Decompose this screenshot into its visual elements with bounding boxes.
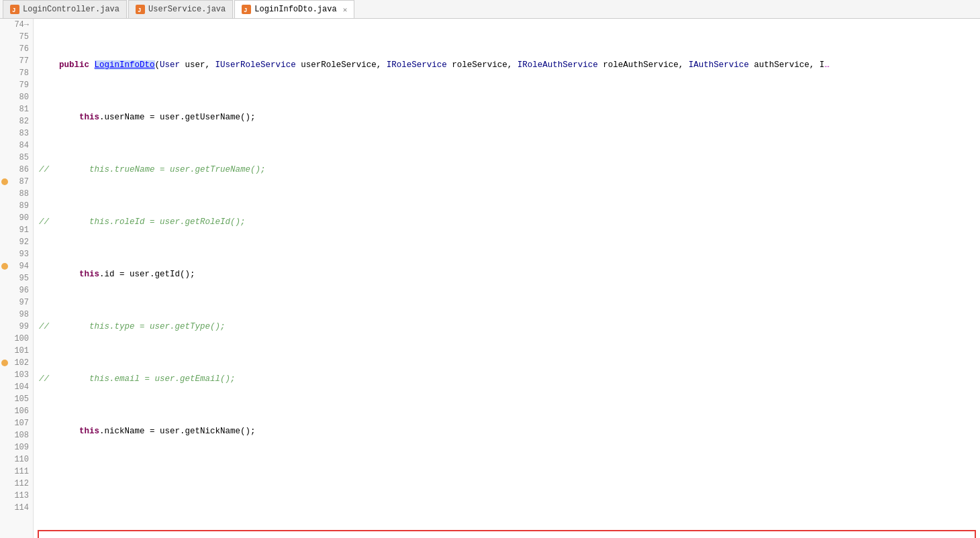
ln-113: 113 — [0, 490, 33, 502]
ln-101: 101 — [0, 345, 33, 357]
tab-logincontroller[interactable]: J LoginController.java — [3, 0, 127, 18]
ln-91: 91 — [0, 224, 33, 236]
code-line-78: this.id = user.getId(); — [34, 268, 980, 280]
ln-92: 92 — [0, 236, 33, 248]
ln-86: 86 — [0, 164, 33, 176]
ln-74: 74→ — [0, 19, 33, 31]
red-bordered-section: // StringBuilder sb = new StringBuilder(… — [38, 530, 976, 538]
code-line-82 — [34, 478, 980, 490]
tab-logininfodto[interactable]: J LoginInfoDto.java ✕ — [234, 0, 354, 18]
code-line-81: this.nickName = user.getNickName(); — [34, 425, 980, 437]
ln-110: 110 — [0, 453, 33, 466]
ln-88: 88 — [0, 188, 33, 200]
ln-85: 85 — [0, 152, 33, 164]
ln-84: 84 — [0, 140, 33, 152]
ln-108: 108 — [0, 429, 33, 441]
ln-77: 77 — [0, 55, 33, 67]
ln-105: 105 — [0, 393, 33, 405]
svg-text:J: J — [12, 7, 15, 14]
ln-89: 89 — [0, 200, 33, 212]
ln-112: 112 — [0, 478, 33, 490]
ln-79: 79 — [0, 79, 33, 91]
ln-76: 76 — [0, 43, 33, 55]
ln-93: 93 — [0, 248, 33, 260]
ln-103: 103 — [0, 369, 33, 381]
ln-96: 96 — [0, 284, 33, 297]
code-line-77: // this.roleId = user.getRoleId(); — [34, 216, 980, 228]
svg-text:J: J — [138, 7, 141, 14]
ln-107: 107 — [0, 417, 33, 429]
ln-75: 75 — [0, 31, 33, 43]
ln-114: 114 — [0, 502, 33, 514]
ln-95: 95 — [0, 272, 33, 284]
ln-99: 99 — [0, 321, 33, 333]
ln-81: 81 — [0, 103, 33, 115]
tab-logininfodto-label: LoginInfoDto.java — [254, 5, 336, 14]
code-line-74: public LoginInfoDto(User user, IUserRole… — [34, 59, 980, 71]
ln-109: 109 — [0, 441, 33, 453]
code-content: public LoginInfoDto(User user, IUserRole… — [34, 19, 980, 538]
line-numbers: 74→ 75 76 77 78 79 80 81 82 83 84 85 86 … — [0, 19, 34, 538]
code-line-80: // this.email = user.getEmail(); — [34, 373, 980, 385]
ln-87: 87 — [0, 176, 33, 188]
ln-78: 78 — [0, 67, 33, 79]
tab-logincontroller-label: LoginController.java — [23, 5, 119, 14]
ln-98: 98 — [0, 309, 33, 321]
tab-close-icon[interactable]: ✕ — [343, 5, 348, 14]
tab-userservice-label: UserService.java — [148, 5, 226, 14]
code-line-76: // this.trueName = user.getTrueName(); — [34, 164, 980, 176]
ln-94: 94 — [0, 260, 33, 272]
ln-111: 111 — [0, 466, 33, 478]
tab-bar: J LoginController.java J UserService.jav… — [0, 0, 980, 19]
ln-80: 80 — [0, 91, 33, 103]
code-area: 74→ 75 76 77 78 79 80 81 82 83 84 85 86 … — [0, 19, 980, 538]
code-line-75: this.userName = user.getUserName(); — [34, 111, 980, 123]
ln-104: 104 — [0, 381, 33, 393]
ln-82: 82 — [0, 115, 33, 127]
ln-102: 102 — [0, 357, 33, 369]
svg-text:J: J — [244, 7, 247, 14]
code-line-79: // this.type = user.getType(); — [34, 321, 980, 333]
ln-90: 90 — [0, 212, 33, 224]
ln-83: 83 — [0, 127, 33, 140]
ln-100: 100 — [0, 333, 33, 345]
tab-userservice[interactable]: J UserService.java — [128, 0, 233, 18]
ln-97: 97 — [0, 297, 33, 309]
ln-106: 106 — [0, 405, 33, 417]
